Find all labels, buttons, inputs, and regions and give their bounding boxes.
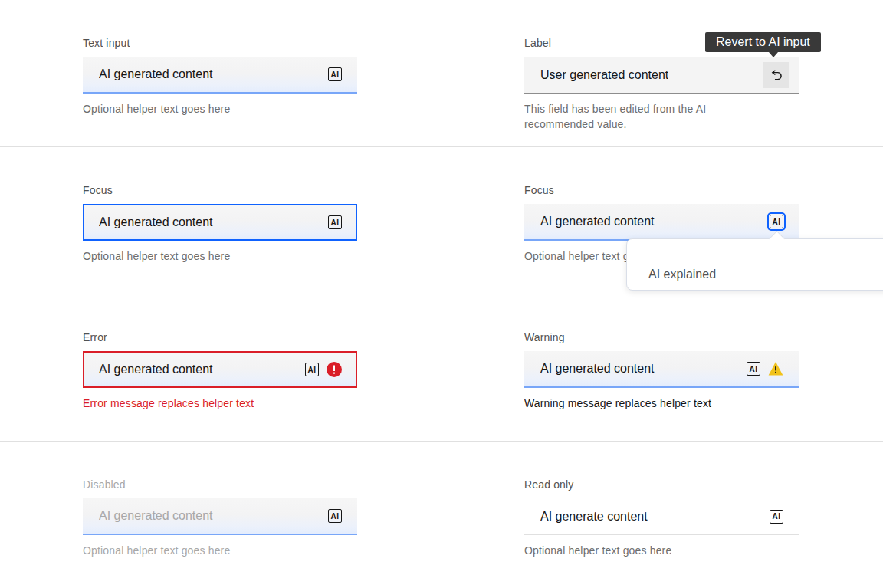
ai-text-input-focused[interactable]: AI generated content AI [83,204,357,241]
input-value: AI generated content [99,67,213,81]
field-label: Focus [524,183,883,197]
field-label: Warning [524,330,883,344]
ai-badge-focused[interactable]: AI [770,215,783,228]
edited-text-input[interactable]: User generated content [524,57,799,94]
revert-tooltip: Revert to AI input [705,32,821,52]
ai-text-input-error[interactable]: AI generated content AI [83,351,357,388]
helper-text: Optional helper text goes here [524,543,883,558]
input-value: AI generated content [99,215,213,229]
revert-to-ai-button[interactable] [763,62,789,88]
field-label: Disabled [83,478,441,491]
warning-icon [768,361,783,376]
warning-message: Warning message replaces helper text [524,396,883,411]
states-grid: Text input AI generated content AI Optio… [0,0,883,588]
ai-badge[interactable]: AI [770,510,783,524]
input-value: AI generated content [99,363,213,376]
ai-explained-popover: AI explained [626,238,883,291]
cell-read-only: Read only AI generate content AI Optiona… [442,442,883,588]
ai-badge[interactable]: AI [747,362,760,376]
helper-text: This field has been edited from the AI r… [524,101,733,132]
ai-badge[interactable]: AI [305,363,319,376]
helper-text: Optional helper text goes here [83,101,441,117]
cell-warning: Warning AI generated content AI Warning … [442,294,883,442]
cell-focus-input: Focus AI generated content AI Optional h… [0,147,442,294]
ai-text-input[interactable]: AI generated content AI [83,57,357,94]
cell-focus-badge: Focus AI generated content AI Optional h… [442,147,883,294]
helper-text: Optional helper text goes here [83,248,441,264]
ai-text-input-disabled: AI generated content AI [83,498,357,535]
input-value: AI generated content [540,215,655,228]
field-label: Text input [83,36,441,50]
input-value: AI generated content [540,362,655,376]
error-icon [327,362,342,377]
field-label: Focus [83,183,441,197]
cell-user-edited: Label User generated content This field … [442,0,883,147]
input-value: AI generated content [99,509,213,523]
screen: Text input AI generated content AI Optio… [0,0,883,588]
ai-badge[interactable]: AI [328,67,342,81]
tooltip-caret-icon [769,52,778,57]
field-label: Error [83,330,441,344]
cell-text-input-default: Text input AI generated content AI Optio… [0,0,442,147]
input-value: User generated content [540,68,668,82]
input-value: AI generate content [540,510,648,524]
ai-badge: AI [328,509,342,523]
error-message: Error message replaces helper text [83,396,441,411]
ai-text-input[interactable]: AI generated content AI [524,204,799,241]
ai-explained-label: AI explained [648,268,716,281]
helper-text: Optional helper text goes here [83,543,441,558]
undo-icon [770,68,783,82]
cell-error: Error AI generated content AI Error mess… [0,294,442,442]
ai-text-input-warning[interactable]: AI generated content AI [524,351,799,388]
field-label: Label [524,36,883,50]
cell-disabled: Disabled AI generated content AI Optiona… [0,442,442,588]
ai-text-input-readonly: AI generate content AI [524,498,799,535]
ai-badge[interactable]: AI [328,215,342,229]
field-label: Read only [524,478,883,491]
